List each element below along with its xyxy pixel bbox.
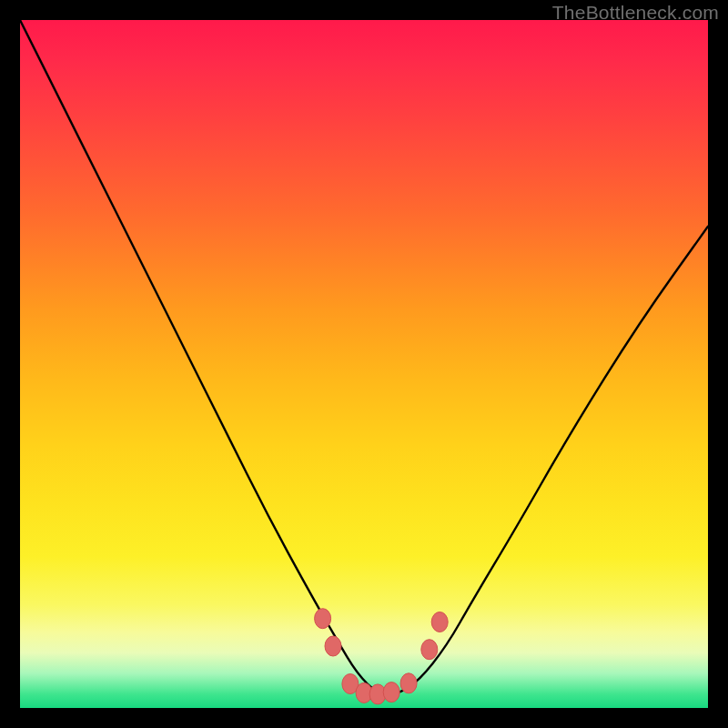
curve-marker bbox=[342, 674, 359, 694]
chart-markers bbox=[315, 609, 449, 704]
curve-marker bbox=[356, 682, 372, 703]
chart-plot-area bbox=[20, 20, 708, 708]
curve-marker bbox=[421, 640, 438, 660]
chart-stage: TheBottleneck.com bbox=[0, 0, 728, 728]
watermark-text: TheBottleneck.com bbox=[552, 2, 719, 24]
curve-marker bbox=[325, 636, 341, 656]
curve-marker bbox=[369, 684, 386, 704]
curve-marker bbox=[315, 609, 331, 629]
curve-marker bbox=[383, 682, 399, 703]
curve-marker bbox=[400, 673, 417, 693]
chart-svg bbox=[20, 20, 708, 708]
curve-marker bbox=[431, 612, 448, 632]
bottleneck-curve bbox=[20, 20, 708, 694]
